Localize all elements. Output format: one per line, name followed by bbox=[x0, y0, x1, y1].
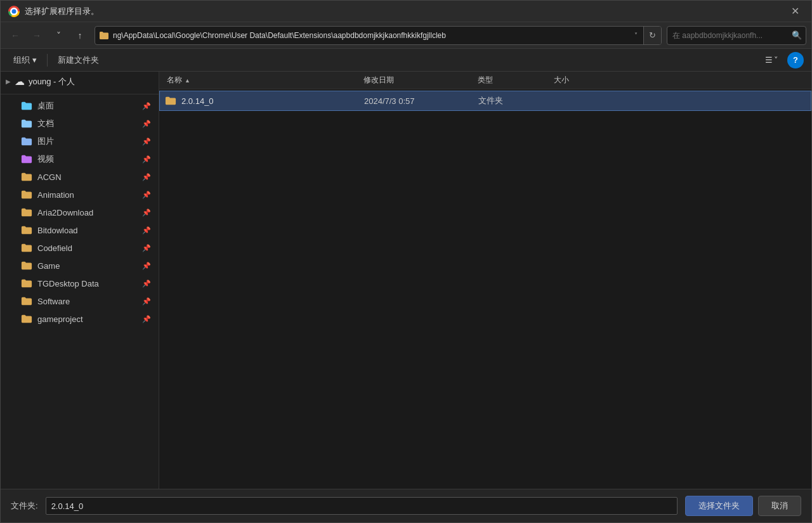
user-section-header[interactable]: ▶ ☁ young - 个人 bbox=[1, 72, 159, 91]
address-input[interactable] bbox=[113, 31, 628, 40]
search-icon[interactable]: 🔍 bbox=[788, 27, 806, 44]
column-type[interactable]: 类型 bbox=[475, 75, 551, 86]
file-name: 2.0.14_0 bbox=[181, 96, 214, 106]
expand-chevron: ▶ bbox=[6, 78, 11, 85]
sidebar-item-label-software: Software bbox=[37, 297, 70, 306]
pin-icon-video: 📌 bbox=[142, 155, 151, 164]
file-type: 文件夹 bbox=[476, 95, 552, 107]
folder-icon-docs bbox=[21, 118, 32, 129]
footer-actions: 选择文件夹 取消 bbox=[685, 496, 801, 516]
sidebar-item-software[interactable]: Software 📌 bbox=[1, 292, 159, 310]
refresh-button[interactable]: ↻ bbox=[643, 27, 661, 44]
pin-icon-desktop: 📌 bbox=[142, 102, 151, 110]
column-header: 名称 ▲ 修改日期 类型 大小 bbox=[159, 72, 811, 89]
sidebar-item-label-acgn: ACGN bbox=[37, 172, 62, 182]
address-dropdown-button[interactable]: ˅ bbox=[628, 32, 643, 39]
dialog-title: 选择扩展程序目录。 bbox=[25, 6, 786, 17]
file-area: 名称 ▲ 修改日期 类型 大小 2.0.14_0 2024/7/3 0:57 bbox=[159, 72, 811, 489]
column-name[interactable]: 名称 ▲ bbox=[164, 75, 361, 86]
table-row[interactable]: 2.0.14_0 2024/7/3 0:57 文件夹 bbox=[159, 91, 811, 111]
titlebar: 选择扩展程序目录。 ✕ bbox=[1, 1, 811, 22]
view-options-button[interactable]: ☰ ˅ bbox=[761, 53, 782, 67]
forward-button[interactable]: → bbox=[27, 26, 46, 45]
pin-icon-docs: 📌 bbox=[142, 120, 151, 128]
search-bar[interactable]: 🔍 bbox=[667, 26, 806, 45]
sidebar-item-gameproject[interactable]: gameproject 📌 bbox=[1, 310, 159, 328]
sidebar-item-video[interactable]: 视频 📌 bbox=[1, 150, 159, 168]
back-button[interactable]: ← bbox=[6, 26, 25, 45]
sidebar-item-label-game: Game bbox=[37, 261, 60, 271]
sort-indicator: ▲ bbox=[185, 77, 190, 84]
column-date[interactable]: 修改日期 bbox=[361, 75, 475, 86]
sidebar-item-label-pics: 图片 bbox=[37, 136, 54, 147]
help-button[interactable]: ? bbox=[787, 52, 804, 68]
dropdown-button[interactable]: ˅ bbox=[49, 26, 68, 45]
pin-icon-gameproject: 📌 bbox=[142, 315, 151, 323]
chrome-icon bbox=[8, 6, 20, 17]
view-dropdown-icon: ˅ bbox=[774, 55, 778, 65]
list-view-icon: ☰ bbox=[765, 55, 773, 65]
folder-icon-aria2download bbox=[21, 207, 32, 218]
new-folder-button[interactable]: 新建文件夹 bbox=[53, 52, 104, 68]
sidebar-item-aria2download[interactable]: Aria2Download 📌 bbox=[1, 203, 159, 221]
folder-icon-bitdowload bbox=[21, 224, 32, 236]
svg-point-1 bbox=[12, 9, 16, 13]
pin-icon-software: 📌 bbox=[142, 297, 151, 306]
sidebar-divider bbox=[1, 94, 159, 94]
up-button[interactable]: ↑ bbox=[70, 26, 89, 45]
user-section-label: young - 个人 bbox=[29, 76, 75, 87]
sidebar-item-game[interactable]: Game 📌 bbox=[1, 257, 159, 274]
file-folder-icon bbox=[165, 95, 176, 107]
file-name-cell: 2.0.14_0 bbox=[165, 95, 362, 107]
folder-icon-video bbox=[21, 153, 32, 165]
sidebar-item-acgn[interactable]: ACGN 📌 bbox=[1, 168, 159, 186]
sidebar-item-label-desktop: 桌面 bbox=[37, 100, 54, 112]
sidebar-item-docs[interactable]: 文档 📌 bbox=[1, 115, 159, 132]
folder-icon-software bbox=[21, 295, 32, 307]
folder-icon-codefield bbox=[21, 242, 32, 254]
footer: 文件夹: 选择文件夹 取消 bbox=[1, 489, 811, 522]
pin-icon-acgn: 📌 bbox=[142, 173, 151, 181]
sidebar-item-animation[interactable]: Animation 📌 bbox=[1, 186, 159, 203]
main-content: ▶ ☁ young - 个人 桌面 📌 文档 📌 bbox=[1, 72, 811, 489]
file-dialog: 选择扩展程序目录。 ✕ ← → ˅ ↑ ˅ ↻ 🔍 组织 ▾ 新建文件夹 bbox=[0, 0, 812, 523]
sidebar-item-label-codefield: Codefield bbox=[37, 243, 72, 253]
address-bar[interactable]: ˅ ↻ bbox=[95, 26, 662, 45]
folder-icon-tgdesktopdata bbox=[21, 278, 32, 289]
close-button[interactable]: ✕ bbox=[786, 3, 804, 20]
sidebar-item-label-video: 视频 bbox=[37, 153, 54, 165]
sidebar-item-label-animation: Animation bbox=[37, 190, 74, 200]
cloud-icon: ☁ bbox=[15, 75, 25, 87]
address-toolbar: ← → ˅ ↑ ˅ ↻ 🔍 bbox=[1, 22, 811, 49]
folder-icon-pics bbox=[21, 136, 32, 147]
folder-icon-desktop bbox=[21, 100, 32, 112]
sidebar-item-label-gameproject: gameproject bbox=[37, 314, 83, 324]
search-input[interactable] bbox=[667, 31, 788, 40]
folder-icon-acgn bbox=[21, 171, 32, 183]
folder-icon bbox=[95, 31, 113, 40]
sidebar: ▶ ☁ young - 个人 桌面 📌 文档 📌 bbox=[1, 72, 159, 489]
pin-icon-aria2download: 📌 bbox=[142, 209, 151, 217]
sidebar-item-label-docs: 文档 bbox=[37, 118, 54, 129]
cancel-button[interactable]: 取消 bbox=[758, 496, 801, 516]
sidebar-item-bitdowload[interactable]: Bitdowload 📌 bbox=[1, 221, 159, 239]
pin-icon-pics: 📌 bbox=[142, 138, 151, 146]
sidebar-item-codefield[interactable]: Codefield 📌 bbox=[1, 239, 159, 257]
pin-icon-tgdesktopdata: 📌 bbox=[142, 280, 151, 288]
sidebar-items: 桌面 📌 文档 📌 图片 📌 视频 bbox=[1, 97, 159, 328]
organize-button[interactable]: 组织 ▾ bbox=[8, 52, 42, 68]
pin-icon-bitdowload: 📌 bbox=[142, 226, 151, 235]
sidebar-item-desktop[interactable]: 桌面 📌 bbox=[1, 97, 159, 115]
sidebar-item-tgdesktopdata[interactable]: TGDesktop Data 📌 bbox=[1, 274, 159, 292]
sidebar-item-label-aria2download: Aria2Download bbox=[37, 208, 93, 217]
pin-icon-codefield: 📌 bbox=[142, 244, 151, 252]
select-folder-button[interactable]: 选择文件夹 bbox=[685, 496, 753, 516]
file-date: 2024/7/3 0:57 bbox=[362, 96, 476, 106]
pin-icon-animation: 📌 bbox=[142, 191, 151, 199]
sidebar-item-pics[interactable]: 图片 📌 bbox=[1, 132, 159, 150]
sidebar-item-label-tgdesktopdata: TGDesktop Data bbox=[37, 279, 99, 288]
folder-label: 文件夹: bbox=[11, 500, 38, 512]
column-size[interactable]: 大小 bbox=[551, 75, 615, 86]
folder-icon-animation bbox=[21, 189, 32, 200]
folder-input[interactable] bbox=[46, 497, 678, 515]
